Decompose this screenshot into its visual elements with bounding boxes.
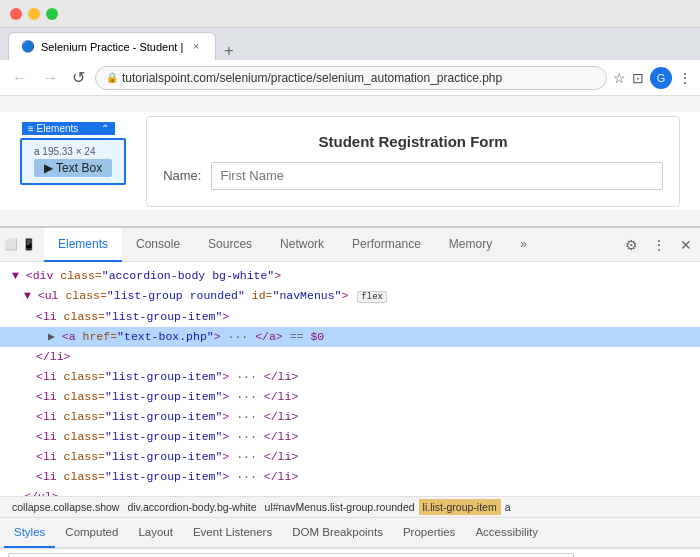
forward-button[interactable]: → (38, 67, 62, 89)
tab-computed[interactable]: Computed (55, 518, 128, 548)
active-tab[interactable]: 🔵 Selenium Practice - Student | × (8, 32, 216, 60)
more-options-icon[interactable]: ⋮ (648, 235, 670, 255)
inspect-mode-icon[interactable]: ⬜ (4, 238, 18, 251)
dom-line[interactable]: <li class="list-group-item"> ··· </li> (0, 447, 700, 467)
dom-line[interactable]: <li class="list-group-item"> ··· </li> (0, 407, 700, 427)
element-highlight: ≡ Elements ⌃ a 195.33 × 24 ▶ Text Box (20, 138, 126, 185)
browser-window: 🔵 Selenium Practice - Student | × + ← → … (0, 0, 700, 557)
address-bar[interactable]: 🔒 tutorialspoint.com/selenium/practice/s… (95, 66, 607, 90)
device-mode-icon[interactable]: 📱 (22, 238, 36, 251)
devtools-panel: ⬜ 📱 Elements Console Sources Network Per… (0, 226, 700, 557)
bookmark-icon[interactable]: ☆ (613, 70, 626, 86)
breadcrumb-item-active[interactable]: li.list-group-item (419, 499, 501, 515)
breadcrumb-item[interactable]: a (501, 499, 515, 515)
back-button[interactable]: ← (8, 67, 32, 89)
tab-close-button[interactable]: × (189, 40, 203, 54)
form-card: Student Registration Form Name: (146, 116, 680, 207)
devtools-tab-bar: ⬜ 📱 Elements Console Sources Network Per… (0, 228, 700, 262)
flex-badge: flex (357, 291, 387, 303)
tab-performance[interactable]: Performance (338, 228, 435, 262)
tab-memory[interactable]: Memory (435, 228, 506, 262)
devtools-toolbar-icons: ⚙ ⋮ ✕ (621, 235, 696, 255)
bottom-tab-bar: Styles Computed Layout Event Listeners D… (0, 518, 700, 548)
tab-more[interactable]: » (506, 228, 541, 262)
settings-icon[interactable]: ⚙ (621, 235, 642, 255)
dom-line[interactable]: </li> (0, 347, 700, 367)
maximize-window-button[interactable] (46, 8, 58, 20)
tab-sources[interactable]: Sources (194, 228, 266, 262)
dom-line[interactable]: ▼ <div class="accordion-body bg-white"> (0, 266, 700, 286)
tab-network[interactable]: Network (266, 228, 338, 262)
tab-console[interactable]: Console (122, 228, 194, 262)
tab-dom-breakpoints[interactable]: DOM Breakpoints (282, 518, 393, 548)
reload-button[interactable]: ↺ (68, 66, 89, 89)
title-bar (0, 0, 700, 28)
extensions-icon[interactable]: ⊡ (632, 70, 644, 86)
tab-properties[interactable]: Properties (393, 518, 465, 548)
dom-line[interactable]: <li class="list-group-item"> ··· </li> (0, 367, 700, 387)
main-area: ≡ Elements ⌃ a 195.33 × 24 ▶ Text Box St… (0, 96, 700, 557)
menu-icon[interactable]: ⋮ (678, 70, 692, 86)
close-window-button[interactable] (10, 8, 22, 20)
first-name-input[interactable] (211, 162, 663, 190)
lock-icon: 🔒 (106, 72, 118, 83)
dom-line[interactable]: </ul> (0, 487, 700, 496)
dom-line[interactable]: ▼ <ul class="list-group rounded" id="nav… (0, 286, 700, 307)
new-tab-button[interactable]: + (220, 42, 237, 60)
dom-tree: ▼ <div class="accordion-body bg-white"> … (0, 262, 700, 496)
name-label: Name: (163, 168, 201, 183)
breadcrumb-item[interactable]: collapse.collapse.show (8, 499, 123, 515)
profile-icon[interactable]: G (650, 67, 672, 89)
minimize-window-button[interactable] (28, 8, 40, 20)
breadcrumb-item[interactable]: div.accordion-body.bg-white (123, 499, 260, 515)
element-dimensions: a 195.33 × 24 (34, 146, 112, 157)
tab-styles[interactable]: Styles (4, 518, 55, 548)
close-devtools-icon[interactable]: ✕ (676, 235, 696, 255)
breadcrumb: collapse.collapse.show div.accordion-bod… (0, 496, 700, 518)
highlight-label: ≡ Elements ⌃ (28, 123, 109, 134)
tab-favicon: 🔵 (21, 40, 35, 53)
dom-line[interactable]: <li class="list-group-item"> ··· </li> (0, 467, 700, 487)
tab-event-listeners[interactable]: Event Listeners (183, 518, 282, 548)
form-title: Student Registration Form (163, 133, 663, 150)
breadcrumb-item[interactable]: ul#navMenus.list-group.rounded (261, 499, 419, 515)
dom-line[interactable]: <li class="list-group-item"> ··· </li> (0, 387, 700, 407)
filter-bar: :hov .cls + ⊞ ⊟ ⊠ (0, 548, 700, 557)
page-viewport: ≡ Elements ⌃ a 195.33 × 24 ▶ Text Box St… (0, 96, 700, 226)
tab-label: Selenium Practice - Student | (41, 41, 183, 53)
tab-layout[interactable]: Layout (128, 518, 183, 548)
tab-elements[interactable]: Elements (44, 228, 122, 262)
text-box-label: ▶ Text Box (34, 159, 112, 177)
traffic-lights (10, 8, 58, 20)
dom-line[interactable]: <li class="list-group-item"> (0, 307, 700, 327)
filter-input[interactable] (8, 553, 574, 558)
url-text: tutorialspoint.com/selenium/practice/sel… (122, 71, 502, 85)
dom-line[interactable]: <li class="list-group-item"> ··· </li> (0, 427, 700, 447)
tab-bar: 🔵 Selenium Practice - Student | × + (0, 28, 700, 60)
tab-accessibility[interactable]: Accessibility (465, 518, 548, 548)
browser-toolbar: ← → ↺ 🔒 tutorialspoint.com/selenium/prac… (0, 60, 700, 96)
dom-line-highlighted[interactable]: ▶ <a href="text-box.php"> ··· </a> == $0 (0, 327, 700, 347)
